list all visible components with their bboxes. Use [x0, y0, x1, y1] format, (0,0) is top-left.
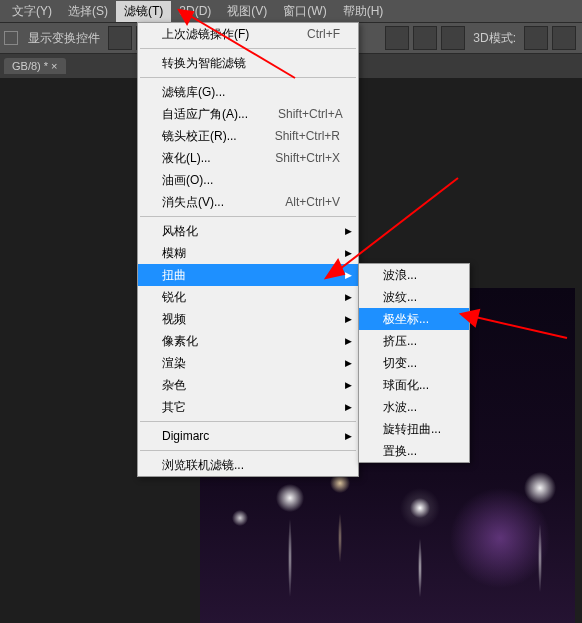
menu-label: 镜头校正(R)... [162, 128, 237, 145]
menu-label: 扭曲 [162, 267, 186, 284]
tool-btn-c[interactable] [441, 26, 465, 50]
menu-lens[interactable]: 镜头校正(R)...Shift+Ctrl+R [138, 125, 358, 147]
tool-btn-b[interactable] [413, 26, 437, 50]
menu-adaptive[interactable]: 自适应广角(A)...Shift+Ctrl+A [138, 103, 358, 125]
tool-btn-a[interactable] [385, 26, 409, 50]
menu-label: Digimarc [162, 429, 209, 443]
submenu-arrow-icon: ▶ [345, 336, 352, 346]
menu-label: 视频 [162, 311, 186, 328]
submenu-twirl[interactable]: 旋转扭曲... [359, 418, 469, 440]
menu-label: 风格化 [162, 223, 198, 240]
submenu-polar[interactable]: 极坐标... [359, 308, 469, 330]
menu-shortcut: Ctrl+F [307, 27, 340, 41]
menu-label: 其它 [162, 399, 186, 416]
menu-label: 渲染 [162, 355, 186, 372]
menu-liquify[interactable]: 液化(L)...Shift+Ctrl+X [138, 147, 358, 169]
menu-shortcut: Shift+Ctrl+A [278, 107, 343, 121]
menu-noise[interactable]: 杂色▶ [138, 374, 358, 396]
menu-filter[interactable]: 滤镜(T) [116, 1, 171, 22]
mode-3d-btn-1[interactable] [524, 26, 548, 50]
menu-label: 旋转扭曲... [383, 421, 441, 438]
svg-line-4 [471, 316, 567, 338]
menu-pixelate[interactable]: 像素化▶ [138, 330, 358, 352]
menu-label: 水波... [383, 399, 417, 416]
distort-submenu: 波浪... 波纹... 极坐标... 挤压... 切变... 球面化... 水波… [358, 263, 470, 463]
submenu-arrow-icon: ▶ [345, 314, 352, 324]
show-transform-checkbox[interactable] [4, 31, 18, 45]
submenu-arrow-icon: ▶ [345, 431, 352, 441]
menu-sharpen[interactable]: 锐化▶ [138, 286, 358, 308]
menu-help[interactable]: 帮助(H) [335, 1, 392, 22]
menu-label: 切变... [383, 355, 417, 372]
submenu-ripple[interactable]: 波纹... [359, 286, 469, 308]
menu-label: 极坐标... [383, 311, 429, 328]
menu-select[interactable]: 选择(S) [60, 1, 116, 22]
menu-label: 球面化... [383, 377, 429, 394]
menu-label: 滤镜库(G)... [162, 84, 225, 101]
show-transform-label: 显示变换控件 [22, 30, 106, 47]
annotation-arrow-3 [457, 308, 577, 348]
menu-label: 自适应广角(A)... [162, 106, 248, 123]
menu-shortcut: Shift+Ctrl+X [275, 151, 340, 165]
menu-label: 模糊 [162, 245, 186, 262]
submenu-displace[interactable]: 置换... [359, 440, 469, 462]
menu-shortcut: Shift+Ctrl+R [275, 129, 340, 143]
submenu-arrow-icon: ▶ [345, 292, 352, 302]
submenu-arrow-icon: ▶ [345, 358, 352, 368]
menu-text[interactable]: 文字(Y) [4, 1, 60, 22]
menu-label: 浏览联机滤镜... [162, 457, 244, 474]
mode-3d-btn-2[interactable] [552, 26, 576, 50]
menu-render[interactable]: 渲染▶ [138, 352, 358, 374]
menu-label: 液化(L)... [162, 150, 211, 167]
svg-line-0 [187, 14, 295, 78]
align-btn-1[interactable] [108, 26, 132, 50]
svg-marker-5 [461, 310, 479, 326]
annotation-arrow-2 [318, 172, 468, 282]
submenu-arrow-icon: ▶ [345, 402, 352, 412]
menu-digimarc[interactable]: Digimarc▶ [138, 425, 358, 447]
menu-other[interactable]: 其它▶ [138, 396, 358, 418]
menu-label: 波纹... [383, 289, 417, 306]
menu-label: 油画(O)... [162, 172, 213, 189]
submenu-shear[interactable]: 切变... [359, 352, 469, 374]
document-tab[interactable]: GB/8) * × [4, 58, 66, 74]
svg-marker-1 [179, 10, 193, 24]
menu-browse-online[interactable]: 浏览联机滤镜... [138, 454, 358, 476]
menu-label: 挤压... [383, 333, 417, 350]
menu-label: 置换... [383, 443, 417, 460]
menu-gallery[interactable]: 滤镜库(G)... [138, 81, 358, 103]
separator [140, 450, 356, 451]
menu-video[interactable]: 视频▶ [138, 308, 358, 330]
svg-line-2 [336, 178, 458, 272]
mode-3d-label: 3D模式: [467, 30, 522, 47]
menu-label: 像素化 [162, 333, 198, 350]
submenu-arrow-icon: ▶ [345, 380, 352, 390]
menu-label: 消失点(V)... [162, 194, 224, 211]
annotation-arrow-1 [175, 8, 305, 83]
separator [140, 421, 356, 422]
menu-label: 杂色 [162, 377, 186, 394]
svg-marker-3 [326, 260, 344, 278]
submenu-zigzag[interactable]: 水波... [359, 396, 469, 418]
submenu-pinch[interactable]: 挤压... [359, 330, 469, 352]
menu-label: 锐化 [162, 289, 186, 306]
submenu-spherize[interactable]: 球面化... [359, 374, 469, 396]
